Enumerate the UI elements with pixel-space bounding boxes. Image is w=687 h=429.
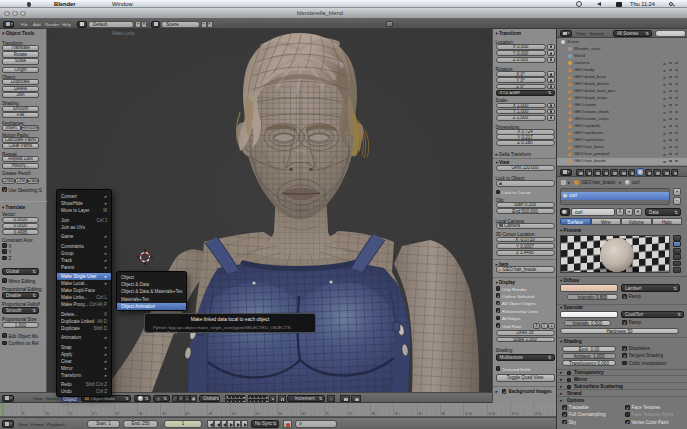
svg-text:Make Links: Make Links [112,31,136,36]
